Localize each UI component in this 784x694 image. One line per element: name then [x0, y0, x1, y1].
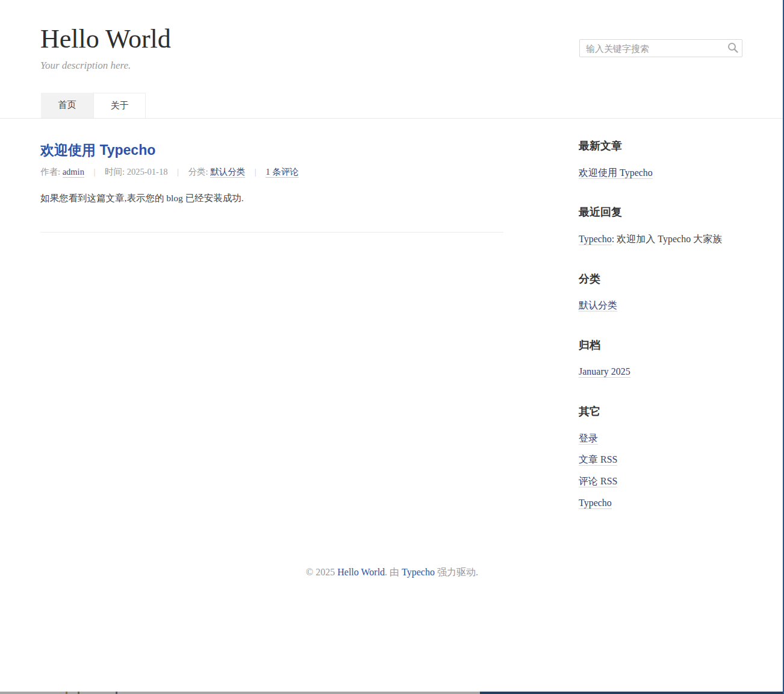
post-time: 2025-01-18: [127, 167, 168, 177]
post-time-label: 时间:: [105, 167, 125, 177]
post-comments-link[interactable]: 1 条评论: [266, 167, 298, 178]
list-item: Typecho: [579, 497, 744, 510]
footer-site-link[interactable]: Hello World: [337, 567, 385, 577]
footer-middle-text: . 由: [385, 567, 402, 577]
widget-recent-replies: 最近回复 Typecho: 欢迎加入 Typecho 大家族: [579, 205, 744, 245]
search-icon: [727, 42, 739, 54]
nav-item-about[interactable]: 关于: [93, 93, 146, 118]
nav-item-home[interactable]: 首页: [41, 93, 93, 118]
post-list: 欢迎使用 Typecho 作者: admin | 时间: 2025-01-18 …: [40, 119, 503, 536]
site-description: Your description here.: [40, 60, 784, 72]
post-category-link[interactable]: 默认分类: [210, 167, 245, 178]
footer-typecho-link[interactable]: Typecho: [402, 567, 435, 577]
recent-reply-text: : 欢迎加入 Typecho 大家族: [612, 234, 722, 244]
list-item: 登录: [579, 433, 744, 445]
meta-separator: |: [87, 167, 103, 177]
list-item: 评论 RSS: [579, 475, 744, 488]
widget-categories: 分类 默认分类: [579, 272, 744, 312]
recent-reply-author-link[interactable]: Typecho: [579, 234, 612, 245]
widget-archives-title: 归档: [579, 339, 744, 352]
category-link[interactable]: 默认分类: [579, 300, 617, 311]
main-nav: 首页 关于: [41, 93, 146, 118]
taskbar-pixel: [66, 692, 67, 694]
widget-recent-replies-title: 最近回复: [579, 205, 744, 219]
post: 欢迎使用 Typecho 作者: admin | 时间: 2025-01-18 …: [40, 142, 503, 205]
widget-categories-title: 分类: [579, 272, 744, 286]
sidebar: 最新文章 欢迎使用 Typecho 最近回复 Typecho: 欢迎加入 Typ…: [579, 119, 744, 536]
meta-separator: |: [170, 167, 186, 177]
taskbar-edge-gray: [0, 692, 480, 694]
taskbar-pixel: [78, 692, 79, 694]
widget-archives: 归档 January 2025: [579, 339, 744, 378]
post-rss-link[interactable]: 文章 RSS: [579, 454, 617, 466]
taskbar-top-edge: [0, 692, 784, 694]
widget-misc: 其它 登录 文章 RSS 评论 RSS Typecho: [579, 405, 744, 510]
footer-suffix-text: 强力驱动.: [435, 567, 478, 577]
taskbar-edge-navy: [480, 692, 784, 694]
taskbar-pixel: [116, 692, 117, 694]
list-item: January 2025: [579, 366, 744, 378]
typecho-link[interactable]: Typecho: [579, 498, 612, 509]
main-row: 欢迎使用 Typecho 作者: admin | 时间: 2025-01-18 …: [0, 119, 784, 536]
post-meta: 作者: admin | 时间: 2025-01-18 | 分类: 默认分类 | …: [40, 166, 503, 178]
footer: © 2025 Hello World. 由 Typecho 强力驱动.: [0, 565, 784, 580]
search-form: [579, 39, 742, 57]
login-link[interactable]: 登录: [579, 433, 598, 445]
post-category-label: 分类:: [188, 167, 208, 177]
widget-misc-title: 其它: [579, 405, 744, 419]
list-item: Typecho: 欢迎加入 Typecho 大家族: [579, 233, 744, 246]
search-input[interactable]: [579, 39, 742, 57]
list-item: 文章 RSS: [579, 454, 744, 466]
list-item: 默认分类: [579, 299, 744, 312]
list-item: 欢迎使用 Typecho: [579, 167, 744, 180]
post-author-label: 作者:: [40, 167, 60, 177]
blog-page: Hello World Your description here. 首页 关于…: [0, 0, 784, 694]
widget-recent-posts: 最新文章 欢迎使用 Typecho: [579, 139, 744, 179]
copyright-text: © 2025: [306, 567, 337, 577]
comment-rss-link[interactable]: 评论 RSS: [579, 476, 617, 487]
post-divider: [40, 232, 503, 233]
site-header: Hello World Your description here. 首页 关于: [0, 0, 784, 119]
archive-link[interactable]: January 2025: [579, 366, 630, 378]
widget-recent-posts-title: 最新文章: [579, 139, 744, 153]
search-button[interactable]: [726, 41, 740, 55]
post-author-link[interactable]: admin: [63, 167, 84, 178]
post-body: 如果您看到这篇文章,表示您的 blog 已经安装成功.: [40, 192, 503, 205]
post-title-link[interactable]: 欢迎使用 Typecho: [40, 142, 503, 158]
recent-post-link[interactable]: 欢迎使用 Typecho: [579, 167, 653, 179]
meta-separator: |: [247, 167, 264, 177]
